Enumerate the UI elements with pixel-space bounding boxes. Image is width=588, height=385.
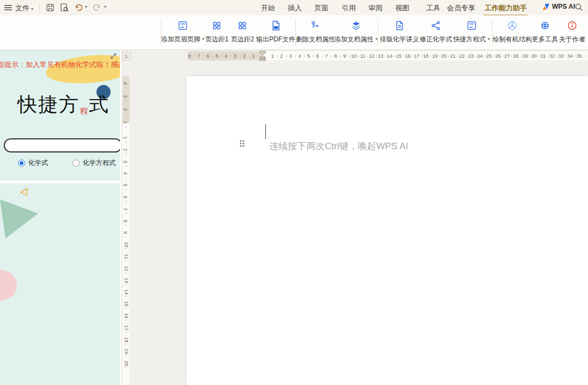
header-footer-icon: [161, 21, 205, 33]
collapse-sidebar-icon[interactable]: [110, 52, 117, 60]
ruler-number: 6: [207, 53, 209, 59]
ribbon-button-margin-2[interactable]: 页边距2: [231, 20, 254, 44]
molecule-icon: [493, 21, 532, 33]
ruler-number: 18: [124, 337, 129, 343]
ruler-number: 5: [216, 53, 219, 59]
ruler-tick: [125, 213, 126, 214]
ruler-number: 1: [123, 121, 128, 124]
ruler-number: 4: [225, 53, 227, 59]
ruler-tick: [367, 56, 368, 57]
radio-option-equation[interactable]: 化学方程式: [72, 158, 116, 168]
ruler-number: 13: [378, 53, 384, 59]
ruler-number: 1: [271, 53, 274, 59]
ruler-tick: [566, 56, 567, 57]
share-icon: [420, 21, 452, 33]
teal-triangle-decoration: [0, 198, 39, 240]
redo-icon[interactable]: [93, 3, 102, 12]
redo-dropdown-icon[interactable]: ▾: [104, 4, 106, 9]
paragraph-drag-handle-icon[interactable]: ⠿: [239, 139, 245, 150]
horizontal-ruler[interactable]: 8765432112345678910111213141516171819202…: [130, 50, 588, 62]
ruler-number: 20: [124, 360, 129, 366]
ruler-number: 16: [124, 313, 129, 319]
ruler-number: 4: [123, 82, 128, 84]
ribbon-button-add-header-footer[interactable]: 添加页眉页脚▼: [161, 20, 205, 44]
radio-icon[interactable]: [72, 160, 80, 167]
title-bar: 文件▾ ▾ ▾ 开始插入页面引用审阅视图工具会员专享工作能力助手 WPS AI: [0, 0, 588, 15]
sidebar-title: 快捷方程式: [17, 91, 110, 118]
menu-tab-3[interactable]: 引用: [342, 3, 356, 13]
menu-tab-8[interactable]: 工作能力助手: [484, 3, 527, 13]
layers-icon: [335, 21, 379, 33]
radio-option-formula[interactable]: 化学式: [18, 158, 48, 168]
ruler-number: 29: [522, 53, 528, 59]
margins-icon: [231, 21, 254, 33]
ruler-number: 2: [123, 148, 128, 151]
ribbon-button-about-author[interactable]: 关于作者: [559, 20, 585, 44]
menu-tab-5[interactable]: 视图: [395, 3, 409, 13]
ruler-number: 10: [351, 53, 356, 59]
undo-dropdown-icon[interactable]: ▾: [85, 4, 87, 9]
vertical-ruler[interactable]: 43211234567891011121314151617181920: [122, 50, 130, 385]
formula-input[interactable]: [4, 138, 121, 152]
document-page[interactable]: ⠿ 连续按下两次Ctrl键，唤起WPS AI: [186, 76, 588, 385]
ruler-tick: [125, 272, 126, 273]
ruler-tick: [277, 56, 278, 57]
menu-tab-1[interactable]: 插入: [288, 3, 302, 13]
ruler-tick: [125, 201, 126, 202]
menu-tab-0[interactable]: 开始: [261, 3, 275, 13]
ruler-tick: [240, 56, 241, 57]
ruler-tick: [125, 320, 126, 321]
ribbon-button-more-tools[interactable]: 更多工具: [532, 20, 558, 44]
ruler-number: 19: [124, 349, 129, 354]
ribbon-button-remove-doc-properties[interactable]: 删除文档属性: [296, 20, 335, 44]
ruler-number: 35: [577, 53, 582, 59]
info-icon: [559, 21, 585, 33]
ruler-tick: [125, 332, 126, 333]
ruler-tick: [439, 56, 440, 57]
ruler-number: 2: [280, 53, 283, 59]
undo-icon[interactable]: [75, 3, 84, 12]
menu-tab-2[interactable]: 页面: [314, 3, 329, 13]
ruler-number: 12: [124, 266, 129, 271]
ruler-tick: [203, 56, 204, 57]
radio-icon[interactable]: [18, 160, 25, 167]
ruler-number: 20: [441, 53, 446, 59]
ribbon-button-add-doc-properties[interactable]: 添加文档属性▼: [335, 20, 379, 44]
ruler-number: 4: [298, 53, 301, 59]
search-icon[interactable]: [574, 3, 583, 11]
ribbon-toolbar: 添加页眉页脚▼ 页边距1 页边距2 输出PDF文件 删除文档属性 添加文档属性▼…: [0, 15, 588, 50]
ruler-tick: [520, 56, 522, 57]
ruler-number: 19: [432, 53, 438, 59]
ruler-number: 3: [123, 95, 128, 97]
save-icon[interactable]: [46, 3, 56, 12]
ruler-tick: [466, 56, 468, 57]
ruler-tick: [286, 56, 287, 57]
divider: [0, 181, 120, 183]
ribbon-button-fix-chemical-formula[interactable]: 修正化学式: [420, 20, 452, 44]
print-preview-icon[interactable]: [60, 3, 70, 12]
first-line-indent-marker[interactable]: [259, 51, 266, 55]
file-menu-button[interactable]: 文件▾: [15, 3, 33, 13]
ribbon-button-export-pdf[interactable]: 输出PDF文件: [256, 20, 295, 44]
ruler-tick: [125, 284, 126, 285]
ruler-number: 11: [360, 53, 365, 59]
menu-tab-4[interactable]: 审阅: [368, 3, 383, 13]
menu-tab-6[interactable]: 工具: [426, 3, 440, 13]
ruler-number: 8: [334, 53, 337, 59]
chevron-down-icon: ▼: [487, 37, 491, 41]
document-background: ⠿ 连续按下两次Ctrl键，唤起WPS AI: [130, 62, 588, 385]
left-indent-marker[interactable]: [259, 56, 266, 61]
ribbon-button-quick-equation[interactable]: 快捷方程式▼: [453, 20, 491, 44]
ruler-number: 30: [531, 53, 537, 59]
ribbon-button-typeset-chem-handout[interactable]: 排版化学讲义: [380, 20, 419, 44]
menu-tab-7[interactable]: 会员专享: [447, 3, 475, 13]
ruler-tick: [584, 56, 585, 57]
document-icon: [380, 21, 419, 33]
ruler-tick: [340, 56, 341, 57]
wps-ai-button[interactable]: WPS AI: [542, 3, 575, 10]
hamburger-menu-icon[interactable]: [4, 4, 14, 13]
ribbon-button-draw-organic-structure[interactable]: 绘制有机结构: [493, 20, 532, 44]
ribbon-button-margin-1[interactable]: 页边距1: [205, 20, 229, 44]
ruler-tick: [125, 126, 126, 127]
ruler-number: 8: [123, 219, 128, 222]
